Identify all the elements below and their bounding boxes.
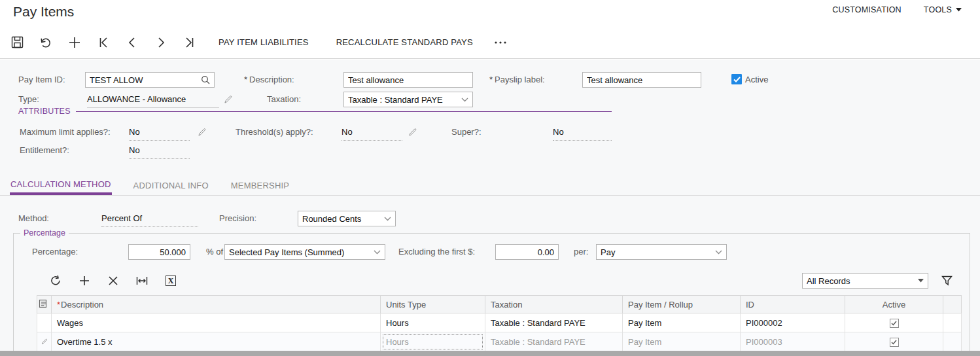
description-value: Test allowance: [348, 75, 468, 85]
per-label: per:: [574, 244, 588, 260]
type-label: Type:: [18, 92, 39, 107]
per-select[interactable]: Pay: [596, 244, 727, 260]
last-record-icon: [184, 37, 196, 48]
cell-id[interactable]: PI000003: [741, 332, 845, 351]
excluding-first-label: Excluding the first $:: [398, 244, 475, 260]
precision-select[interactable]: Rounded Cents: [298, 211, 396, 226]
grid-filter-button[interactable]: [937, 272, 956, 290]
check-icon: [891, 340, 897, 345]
active-checkbox-label: Active: [745, 72, 768, 88]
horizontal-scrollbar[interactable]: [0, 351, 980, 356]
cell-pay-item-rollup[interactable]: Pay Item: [623, 332, 741, 351]
cell-description[interactable]: Wages: [52, 313, 381, 332]
chevron-down-icon: [374, 250, 381, 255]
cell-spacer: [943, 332, 962, 351]
titlebar-menu: CUSTOMISATION TOOLS: [832, 5, 962, 14]
type-value[interactable]: ALLOWANCE - Allowance: [87, 92, 219, 108]
tab-membership[interactable]: MEMBERSHIP: [230, 175, 290, 195]
more-actions-button[interactable]: [491, 33, 510, 52]
cell-active[interactable]: [845, 313, 943, 332]
taxation-select[interactable]: Taxable : Standard PAYE: [343, 92, 473, 107]
pay-items-page: Pay Items CUSTOMISATION TOOLS: [0, 0, 980, 356]
chevron-down-icon: [461, 98, 468, 102]
tab-additional-info[interactable]: ADDITIONAL INFO: [133, 175, 209, 195]
excluding-first-input[interactable]: 0.00: [495, 244, 559, 260]
grid-export-excel-button[interactable]: X: [162, 272, 180, 290]
percent-of-select[interactable]: Selected Pay Items (Summed): [224, 244, 385, 260]
add-record-button[interactable]: [65, 33, 84, 52]
records-filter-select[interactable]: All Records: [802, 273, 928, 289]
grid-row-overtime: Overtime 1.5 x Hours Taxable : Standard …: [37, 332, 962, 351]
undo-button[interactable]: [37, 33, 55, 52]
page-title: Pay Items: [13, 4, 74, 20]
grid-add-row-button[interactable]: [75, 272, 94, 290]
payslip-label-input[interactable]: Test allowance: [582, 72, 701, 88]
cell-units-type[interactable]: Hours: [381, 332, 485, 351]
col-header-description[interactable]: *Description: [52, 296, 381, 313]
caret-down-icon: [918, 279, 924, 283]
entitlement-value[interactable]: No: [129, 143, 190, 159]
row-selector-cell[interactable]: [37, 332, 52, 351]
max-limit-edit-button[interactable]: [196, 125, 208, 139]
pay-item-liabilities-button[interactable]: PAY ITEM LIABILITIES: [209, 33, 318, 52]
payslip-label-value: Test allowance: [587, 75, 697, 85]
recalculate-standard-pays-button[interactable]: RECALCULATE STANDARD PAYS: [327, 33, 482, 52]
active-row-checkbox[interactable]: [890, 319, 899, 328]
col-header-pay-item-rollup[interactable]: Pay Item / Rollup: [623, 296, 741, 313]
percentage-input[interactable]: 50.000: [128, 244, 190, 260]
required-marker: *: [244, 75, 247, 84]
super-value[interactable]: No: [553, 124, 612, 141]
go-first-button[interactable]: [94, 33, 113, 52]
row-selector-cell[interactable]: [37, 313, 52, 332]
method-value[interactable]: Percent Of: [101, 211, 198, 227]
description-input[interactable]: Test allowance: [343, 72, 473, 88]
col-header-active[interactable]: Active: [845, 296, 943, 313]
cell-active[interactable]: [845, 332, 943, 351]
records-filter-value: All Records: [807, 276, 918, 286]
method-label: Method:: [18, 211, 49, 226]
pencil-icon: [224, 95, 233, 104]
pay-item-id-value: TEST ALLOW: [90, 75, 201, 85]
col-header-id[interactable]: ID: [741, 296, 845, 313]
col-header-taxation[interactable]: Taxation: [485, 296, 623, 313]
row-notes-header[interactable]: [37, 296, 52, 313]
go-previous-button[interactable]: [123, 33, 141, 52]
grid-refresh-button[interactable]: [46, 272, 65, 290]
tab-calculation-method[interactable]: CALCULATION METHOD: [10, 175, 112, 195]
active-row-checkbox[interactable]: [890, 338, 899, 347]
active-checkbox[interactable]: [731, 74, 742, 84]
tools-menu[interactable]: TOOLS: [924, 5, 962, 14]
fit-width-icon: [136, 276, 148, 285]
focused-cell[interactable]: Hours: [383, 334, 483, 349]
precision-label: Precision:: [219, 211, 256, 226]
grid-fit-columns-button[interactable]: [133, 272, 151, 290]
percentage-value: 50.000: [160, 247, 186, 257]
plus-icon: [79, 276, 90, 286]
refresh-icon: [50, 275, 61, 287]
type-edit-button[interactable]: [222, 92, 234, 107]
threshold-edit-button[interactable]: [407, 125, 419, 139]
go-next-button[interactable]: [152, 33, 170, 52]
per-value: Pay: [601, 247, 715, 257]
grid-header-row: *Description Units Type Taxation Pay Ite…: [37, 296, 962, 313]
cell-units-type[interactable]: Hours: [381, 313, 485, 332]
customisation-menu[interactable]: CUSTOMISATION: [832, 5, 901, 14]
grid-delete-row-button[interactable]: [104, 272, 122, 290]
search-icon: [201, 75, 210, 84]
pencil-icon: [408, 128, 417, 137]
percent-of-value: Selected Pay Items (Summed): [229, 247, 374, 257]
pay-item-id-input[interactable]: TEST ALLOW: [85, 72, 215, 88]
cell-pay-item-rollup[interactable]: Pay Item: [623, 313, 741, 332]
max-limit-value[interactable]: No: [129, 124, 190, 141]
col-header-units-type[interactable]: Units Type: [381, 296, 485, 313]
cell-taxation[interactable]: Taxable : Standard PAYE: [485, 313, 623, 332]
save-button[interactable]: [8, 33, 26, 52]
cell-taxation[interactable]: Taxable : Standard PAYE: [485, 332, 623, 351]
go-last-button[interactable]: [181, 33, 199, 52]
excluding-first-value: 0.00: [538, 247, 554, 257]
threshold-value[interactable]: No: [341, 124, 402, 141]
cell-description[interactable]: Overtime 1.5 x: [52, 332, 381, 351]
cell-id[interactable]: PI000002: [741, 313, 845, 332]
delete-x-icon: [109, 276, 118, 285]
ellipsis-icon: [494, 41, 507, 44]
